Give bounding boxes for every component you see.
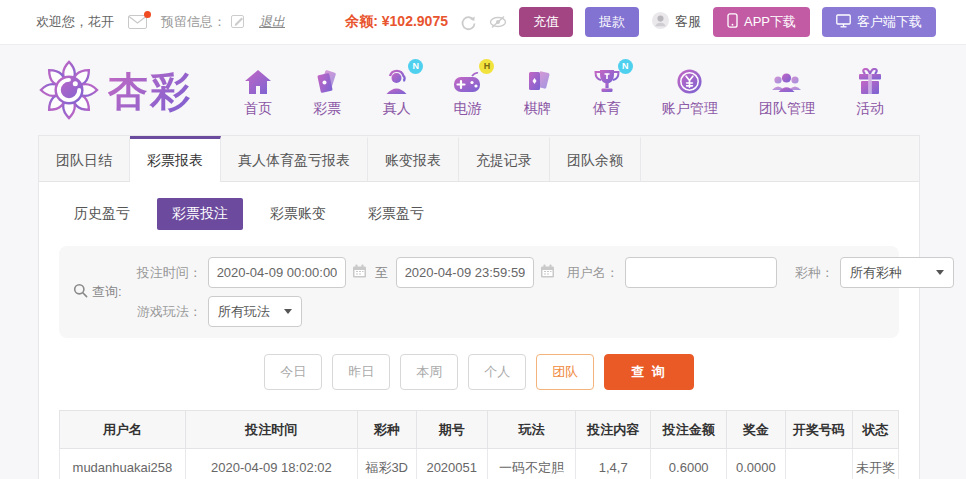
nav-label: 体育: [593, 100, 621, 118]
col-bet-time: 投注时间: [185, 411, 357, 449]
username-label: 用户名：: [567, 264, 619, 282]
col-prize: 奖金: [726, 411, 785, 449]
cell-bet-time: 2020-04-09 18:02:02: [185, 449, 357, 479]
tab-team-balance[interactable]: 团队余额: [550, 136, 641, 181]
recharge-button[interactable]: 充值: [519, 7, 573, 37]
home-icon: [244, 65, 272, 95]
col-play: 玩法: [487, 411, 575, 449]
cell-content: 1,4,7: [575, 449, 651, 479]
report-card: 团队日结 彩票报表 真人体育盈亏报表 账变报表 充提记录 团队余额 历史盈亏 彩…: [38, 135, 920, 479]
nav-label: 棋牌: [524, 100, 552, 118]
nav-label: 电游: [453, 100, 481, 118]
app-download-button[interactable]: APP下载: [713, 7, 810, 37]
table-header-row: 用户名 投注时间 彩种 期号 玩法 投注内容 投注金额 奖金 开奖号码 状态: [60, 411, 899, 449]
tab-account-change-report[interactable]: 账变报表: [368, 136, 459, 181]
brand-logo[interactable]: 杏彩: [38, 59, 192, 124]
nav-item-account[interactable]: 账户管理: [662, 65, 718, 118]
tab-lottery-report[interactable]: 彩票报表: [130, 136, 221, 182]
new-badge: N: [408, 59, 423, 74]
nav-label: 真人: [383, 100, 411, 118]
trophy-icon: N: [593, 65, 621, 95]
bet-time-label: 投注时间：: [128, 264, 202, 282]
main-nav: 首页 彩票 N 真人 H 电游 棋牌: [244, 65, 884, 118]
query-panel: 查询: 投注时间： 至 用户名： 彩种： 所有彩种: [59, 246, 899, 338]
cell-draw-numbers: [785, 449, 852, 479]
chevron-down-icon: [936, 270, 944, 275]
gift-icon: [857, 65, 883, 95]
subtab-history-profit[interactable]: 历史盈亏: [59, 198, 145, 230]
col-issue: 期号: [416, 411, 487, 449]
tab-live-sports-report[interactable]: 真人体育盈亏报表: [221, 136, 368, 181]
nav-label: 首页: [244, 100, 272, 118]
topbar: 欢迎您，花开 预留信息： 退出 余额: ¥102.9075 充值 提款 客服: [0, 0, 966, 45]
logout-link[interactable]: 退出: [259, 13, 285, 31]
to-label: 至: [375, 264, 388, 282]
nav-item-cards[interactable]: 棋牌: [524, 65, 552, 118]
headset-icon: [651, 11, 670, 33]
lottery-type-label: 彩种：: [795, 264, 834, 282]
customer-service-link[interactable]: 客服: [651, 11, 701, 33]
nav-item-sports[interactable]: N 体育: [593, 65, 621, 118]
live-dealer-icon: N: [382, 65, 411, 95]
today-button[interactable]: 今日: [264, 354, 322, 390]
hide-balance-icon[interactable]: [489, 15, 507, 29]
bet-time-to-input[interactable]: [396, 257, 534, 288]
gamepad-icon: H: [452, 65, 482, 95]
team-icon: [771, 65, 802, 95]
chevron-down-icon: [284, 309, 292, 314]
bet-time-from-input[interactable]: [208, 257, 346, 288]
nav-label: 团队管理: [759, 100, 815, 118]
search-button[interactable]: 查 询: [604, 354, 694, 390]
nav-item-live[interactable]: N 真人: [382, 65, 411, 118]
edit-icon[interactable]: [231, 14, 245, 31]
col-draw-numbers: 开奖号码: [785, 411, 852, 449]
username-input[interactable]: [625, 257, 777, 288]
col-username: 用户名: [60, 411, 186, 449]
client-download-button[interactable]: 客户端下载: [822, 7, 936, 37]
balance-text: 余额: ¥102.9075: [345, 13, 448, 31]
sub-tabbar: 历史盈亏 彩票投注 彩票账变 彩票盈亏: [39, 182, 919, 242]
lottery-type-select[interactable]: 所有彩种: [840, 257, 954, 288]
calendar-icon[interactable]: [352, 264, 367, 281]
cell-lottery: 福彩3D: [357, 449, 416, 479]
withdraw-button[interactable]: 提款: [585, 7, 639, 37]
nav-label: 账户管理: [662, 100, 718, 118]
calendar-icon[interactable]: [540, 264, 555, 281]
cell-status: 未开奖: [852, 449, 898, 479]
subtab-lottery-account-change[interactable]: 彩票账变: [255, 198, 341, 230]
this-week-button[interactable]: 本周: [400, 354, 458, 390]
query-caption-label: 查询:: [92, 283, 122, 301]
nav-item-team[interactable]: 团队管理: [759, 65, 815, 118]
cell-issue: 2020051: [416, 449, 487, 479]
nav-item-egame[interactable]: H 电游: [452, 65, 482, 118]
tab-team-daily[interactable]: 团队日结: [39, 136, 130, 181]
welcome-text: 欢迎您，花开: [36, 13, 114, 31]
header: 杏彩 首页 彩票 N 真人 H 电游: [0, 45, 966, 135]
bets-table: 用户名 投注时间 彩种 期号 玩法 投注内容 投注金额 奖金 开奖号码 状态 m…: [59, 410, 899, 479]
subtab-lottery-bets[interactable]: 彩票投注: [157, 198, 243, 230]
game-play-value: 所有玩法: [218, 303, 270, 321]
col-status: 状态: [852, 411, 898, 449]
refresh-icon[interactable]: [460, 14, 477, 31]
tab-deposit-withdraw-records[interactable]: 充提记录: [459, 136, 550, 181]
subtab-lottery-profit[interactable]: 彩票盈亏: [353, 198, 439, 230]
search-icon: [73, 283, 88, 301]
balance-value: ¥102.9075: [382, 13, 448, 29]
yesterday-button[interactable]: 昨日: [332, 354, 390, 390]
cards-icon: [525, 65, 551, 95]
nav-item-activity[interactable]: 活动: [856, 65, 884, 118]
new-badge: N: [618, 59, 633, 74]
nav-item-lottery[interactable]: 彩票: [313, 65, 341, 118]
brand-name: 杏彩: [108, 64, 192, 119]
cell-prize: 0.0000: [726, 449, 785, 479]
team-button[interactable]: 团队: [536, 354, 594, 390]
game-play-select[interactable]: 所有玩法: [208, 296, 302, 327]
mail-icon[interactable]: [128, 15, 147, 29]
table-row: mudanhuakai258 2020-04-09 18:02:02 福彩3D …: [60, 449, 899, 479]
brand-flower-icon: [38, 59, 100, 124]
personal-button[interactable]: 个人: [468, 354, 526, 390]
game-play-label: 游戏玩法：: [128, 303, 202, 321]
nav-item-home[interactable]: 首页: [244, 65, 272, 118]
service-label: 客服: [675, 13, 701, 31]
report-tabbar: 团队日结 彩票报表 真人体育盈亏报表 账变报表 充提记录 团队余额: [39, 136, 919, 182]
